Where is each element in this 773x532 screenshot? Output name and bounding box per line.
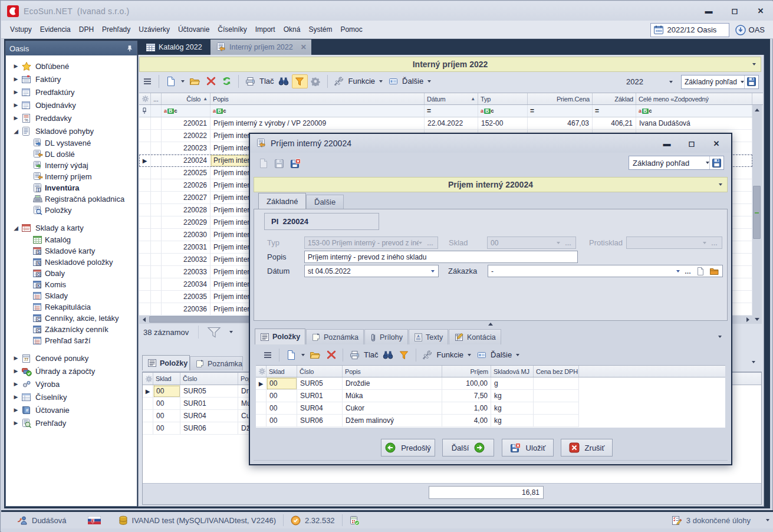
- filter-caret-icon[interactable]: [229, 331, 233, 333]
- items-tab-pr-lohy[interactable]: Prílohy: [364, 329, 408, 344]
- filter-cell[interactable]: aBc: [478, 105, 528, 117]
- sidebar-item-registra-n-pokladnica[interactable]: Registračná pokladnica: [6, 193, 137, 205]
- new-doc-icon[interactable]: [163, 74, 179, 88]
- grid-cell[interactable]: [151, 291, 162, 303]
- sidebar-item-rekapitul-cia[interactable]: Rekapitulácia: [6, 301, 137, 313]
- menu--tovanie[interactable]: Účtovanie: [174, 21, 213, 38]
- column-header-d-tum[interactable]: Dátum▲: [425, 93, 478, 104]
- expand-arrow-icon[interactable]: ▶: [12, 102, 19, 108]
- grid-cell[interactable]: 220031: [162, 241, 210, 254]
- datum-picker[interactable]: st 04.05.2022: [304, 265, 439, 277]
- grid-cell[interactable]: [151, 204, 162, 216]
- ellipsis-button[interactable]: …: [685, 269, 692, 274]
- grid-cell[interactable]: 00: [153, 385, 180, 398]
- new-doc-icon[interactable]: [258, 158, 268, 169]
- items-tab-kont-cia[interactable]: Kontácia: [449, 329, 501, 344]
- functions-button[interactable]: Funkcie: [348, 77, 376, 86]
- sidebar-item--seln-ky[interactable]: ▶Číselníky: [6, 390, 137, 403]
- lower-tabs-caret-icon[interactable]: [752, 361, 755, 363]
- delete-x-icon[interactable]: [203, 74, 219, 88]
- column-header--slo[interactable]: Číslo▲: [162, 93, 210, 104]
- grid-cell[interactable]: [151, 155, 162, 167]
- column-header-pr-jem[interactable]: Príjem: [442, 366, 491, 377]
- dialog-tab-zakladne[interactable]: Základné: [258, 193, 306, 209]
- sidebar-item-sklady-a-karty[interactable]: ◢Sklady a karty: [6, 221, 137, 234]
- sidebar-item-skladov-karty[interactable]: SSkladové karty: [6, 245, 137, 257]
- column-header--slo[interactable]: Číslo: [297, 366, 343, 377]
- menu-evidencia[interactable]: Evidencia: [36, 21, 75, 38]
- grid-cell[interactable]: [534, 415, 579, 427]
- grid-cell[interactable]: [151, 254, 162, 266]
- grid-cell[interactable]: 220032: [162, 254, 210, 266]
- year-selector[interactable]: 2022: [626, 77, 673, 86]
- grid-cell[interactable]: Džem malinový: [343, 415, 442, 427]
- gear-small-icon[interactable]: [258, 367, 266, 375]
- cancel-button[interactable]: Zrušiť: [561, 439, 613, 457]
- scroll-down-button[interactable]: [752, 314, 762, 324]
- grid-cell[interactable]: 220025: [162, 167, 210, 179]
- status-calc[interactable]: [350, 515, 360, 526]
- grid-cell[interactable]: SUR06: [180, 422, 238, 435]
- gear-small-icon[interactable]: [142, 95, 149, 103]
- menu-uz-vierky[interactable]: Uzávierky: [134, 21, 174, 38]
- delete-x-icon[interactable]: [323, 348, 339, 362]
- oas-button[interactable]: OAS: [735, 25, 768, 35]
- menu-preh-ady[interactable]: Prehľady: [98, 21, 134, 38]
- expand-arrow-icon[interactable]: ▶: [12, 76, 19, 82]
- sidebar-item-sklady[interactable]: Sklady: [6, 290, 137, 301]
- tools-icon[interactable]: [420, 348, 436, 362]
- grid-cell[interactable]: 220026: [162, 179, 210, 192]
- grid-cell[interactable]: 220029: [162, 216, 210, 229]
- sidebar-item-cenn-ky-akcie-let-ky[interactable]: CCenníky, akcie, letáky: [6, 313, 137, 324]
- grid-cell[interactable]: 220028: [162, 204, 210, 216]
- expand-arrow-icon[interactable]: ▶: [12, 115, 19, 121]
- print-icon[interactable]: [242, 74, 258, 88]
- items-tab-polo-ky[interactable]: Položky: [255, 329, 305, 344]
- more-icon[interactable]: [385, 74, 401, 88]
- grid-cell[interactable]: [534, 402, 579, 415]
- grid-cell[interactable]: kg: [491, 415, 534, 427]
- tab-interny-prijem-2022[interactable]: Interný príjem 2022 ✕: [210, 40, 311, 55]
- dialog-tab-dalsie[interactable]: Ďalšie: [306, 195, 344, 209]
- grid-cell[interactable]: SUR06: [297, 415, 343, 427]
- dialog-item-row[interactable]: 00SUR04Cukor1,00kg: [256, 402, 579, 415]
- print-button[interactable]: Tlač: [259, 77, 274, 86]
- grid-cell[interactable]: SUR01: [180, 398, 238, 410]
- save-button[interactable]: Uložiť: [502, 439, 554, 457]
- grid-cell[interactable]: [151, 167, 162, 179]
- grid-cell[interactable]: 220027: [162, 192, 210, 204]
- sidebar-item-skladov-pohyby[interactable]: ◢Skladové pohyby: [6, 124, 137, 137]
- folder-open-icon[interactable]: [187, 74, 203, 88]
- grid-cell[interactable]: [151, 142, 162, 155]
- filter-cell[interactable]: aBc: [210, 105, 425, 117]
- sidebar-item-intern-pr-jem[interactable]: Interný príjem: [6, 171, 137, 182]
- column-header-z-klad[interactable]: Základ: [593, 93, 636, 104]
- document-row[interactable]: 220021Príjem interný z výroby / VP 22000…: [139, 117, 752, 130]
- menu--seln-ky[interactable]: Číselníky: [213, 21, 251, 38]
- expand-arrow-icon[interactable]: ▶: [12, 368, 19, 374]
- filter-cell[interactable]: =: [528, 105, 593, 117]
- grid-cell[interactable]: 152-00: [478, 117, 528, 130]
- sidebar-item-neskladov-polo-ky[interactable]: NNeskladové položky: [6, 257, 137, 268]
- filter-cell[interactable]: aBc: [636, 105, 752, 117]
- grid-cell[interactable]: [151, 241, 162, 254]
- column-header-sklad[interactable]: Sklad: [153, 373, 180, 385]
- save-view-icon[interactable]: [744, 75, 758, 88]
- grid-cell[interactable]: [151, 216, 162, 229]
- status-language[interactable]: [88, 516, 101, 524]
- hamburger-icon[interactable]: [259, 348, 275, 362]
- expand-arrow-icon[interactable]: ▶: [12, 89, 19, 95]
- filter-funnel-icon[interactable]: [207, 326, 221, 338]
- scroll-right-button[interactable]: [743, 316, 752, 324]
- grid-cell[interactable]: Ivana Dudášová: [636, 117, 752, 130]
- grid-cell[interactable]: SUR05: [180, 385, 238, 398]
- sidebar-item-predfakt-ry[interactable]: ▶Predfaktúry: [6, 86, 137, 98]
- grid-cell[interactable]: 22.04.2022: [425, 117, 478, 130]
- grid-cell[interactable]: [151, 130, 162, 142]
- grid-cell[interactable]: 00: [267, 415, 297, 427]
- collapse-arrow-icon[interactable]: ◢: [12, 225, 19, 231]
- lower-tab-polozky[interactable]: Položky: [142, 355, 190, 370]
- print-button[interactable]: Tlač: [364, 350, 379, 359]
- grid-cell[interactable]: Cukor: [343, 402, 442, 415]
- grid-cell[interactable]: [534, 390, 579, 402]
